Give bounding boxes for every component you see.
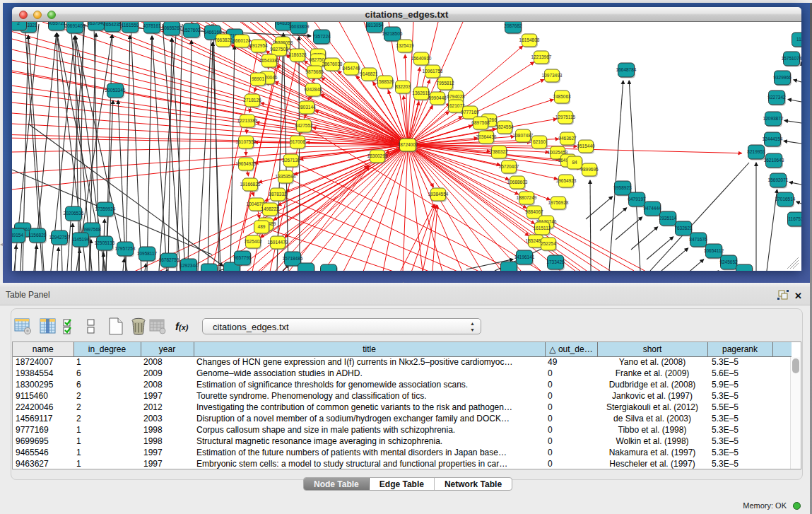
svg-text:1498222: 1498222 xyxy=(261,206,279,211)
svg-text:9146821: 9146821 xyxy=(360,71,378,76)
svg-text:15720407: 15720407 xyxy=(499,164,519,169)
svg-text:15718485: 15718485 xyxy=(283,256,303,261)
svg-text:8878332: 8878332 xyxy=(269,192,287,197)
svg-text:5958923: 5958923 xyxy=(613,185,632,190)
svg-text:8990448: 8990448 xyxy=(428,95,447,100)
svg-text:6897568: 6897568 xyxy=(471,120,490,125)
svg-text:12942757: 12942757 xyxy=(49,235,70,240)
svg-text:1362615: 1362615 xyxy=(412,90,430,95)
svg-text:2718126: 2718126 xyxy=(243,98,261,103)
svg-text:15692071: 15692071 xyxy=(768,177,789,182)
svg-text:9827503: 9827503 xyxy=(270,47,288,52)
svg-text:8471676: 8471676 xyxy=(689,237,707,242)
svg-text:20053346: 20053346 xyxy=(105,88,126,93)
svg-text:12444154: 12444154 xyxy=(763,136,783,141)
svg-text:16210643: 16210643 xyxy=(764,158,784,163)
svg-text:20691406: 20691406 xyxy=(65,23,86,28)
svg-text:12213967: 12213967 xyxy=(531,54,552,59)
svg-text:6794028: 6794028 xyxy=(447,94,465,99)
svg-text:2087682: 2087682 xyxy=(504,23,522,28)
svg-text:8219953: 8219953 xyxy=(747,149,765,154)
svg-text:12975115: 12975115 xyxy=(555,115,576,119)
svg-text:8912954: 8912954 xyxy=(249,43,268,48)
svg-text:9997568: 9997568 xyxy=(83,227,101,232)
svg-text:10807487: 10807487 xyxy=(513,133,534,138)
svg-text:39154: 39154 xyxy=(12,233,23,238)
svg-text:3824554: 3824554 xyxy=(495,124,514,129)
svg-text:1527602: 1527602 xyxy=(182,28,201,33)
svg-text:1292344: 1292344 xyxy=(180,263,198,268)
svg-text:20364436: 20364436 xyxy=(476,134,497,139)
svg-text:17957253: 17957253 xyxy=(115,246,136,251)
svg-text:252254: 252254 xyxy=(541,241,556,246)
svg-text:7663822: 7663822 xyxy=(214,37,233,42)
svg-text:8637940: 8637940 xyxy=(87,22,105,25)
svg-text:8813054: 8813054 xyxy=(365,23,384,28)
svg-text:7485063: 7485063 xyxy=(553,94,571,99)
svg-text:15751074: 15751074 xyxy=(782,56,801,61)
svg-text:8186328: 8186328 xyxy=(288,52,307,57)
svg-text:10961758: 10961758 xyxy=(423,69,443,74)
svg-text:4055721: 4055721 xyxy=(47,22,66,25)
svg-text:9777169: 9777169 xyxy=(461,110,479,115)
svg-text:10973493: 10973493 xyxy=(542,73,563,78)
svg-text:15640910: 15640910 xyxy=(411,56,432,61)
svg-text:9515440: 9515440 xyxy=(577,144,595,148)
svg-text:10688603: 10688603 xyxy=(507,180,528,185)
svg-text:16648784: 16648784 xyxy=(616,67,637,72)
svg-text:7955812: 7955812 xyxy=(436,81,454,86)
svg-text:4078161: 4078161 xyxy=(143,23,161,28)
svg-text:19218506: 19218506 xyxy=(382,31,403,36)
svg-text:9899695: 9899695 xyxy=(580,167,599,172)
svg-text:19756928: 19756928 xyxy=(548,200,569,205)
svg-text:17359924: 17359924 xyxy=(95,206,116,211)
svg-text:84: 84 xyxy=(572,160,577,165)
svg-text:2654235: 2654235 xyxy=(103,22,122,27)
svg-text:1156829: 1156829 xyxy=(29,233,47,238)
svg-text:19654925: 19654925 xyxy=(236,161,257,166)
svg-text:16914479: 16914479 xyxy=(268,240,288,245)
svg-text:16033809: 16033809 xyxy=(289,24,310,29)
svg-text:12505135: 12505135 xyxy=(95,240,115,245)
svg-text:19166825: 19166825 xyxy=(240,182,261,187)
svg-text:16543382: 16543382 xyxy=(259,58,280,63)
svg-text:8427552: 8427552 xyxy=(295,123,313,128)
svg-text:17016514: 17016514 xyxy=(775,197,796,201)
svg-text:7632621: 7632621 xyxy=(674,226,693,230)
svg-text:20206536: 20206536 xyxy=(64,211,84,216)
svg-text:10655267: 10655267 xyxy=(162,25,182,30)
svg-text:1161559: 1161559 xyxy=(122,23,139,28)
svg-text:9884067: 9884067 xyxy=(525,209,543,214)
svg-text:832203: 832203 xyxy=(395,84,411,89)
svg-text:6479197: 6479197 xyxy=(628,197,646,201)
svg-text:1325419: 1325419 xyxy=(396,43,414,48)
svg-text:1615112: 1615112 xyxy=(534,226,551,230)
svg-text:9242848: 9242848 xyxy=(304,87,322,92)
svg-text:9227342: 9227342 xyxy=(767,95,786,100)
svg-text:62160: 62160 xyxy=(533,139,546,144)
svg-text:1621072: 1621072 xyxy=(447,103,465,108)
svg-text:8454749: 8454749 xyxy=(342,66,360,71)
svg-text:13353594: 13353594 xyxy=(276,174,296,179)
svg-text:16154808: 16154808 xyxy=(519,37,540,42)
svg-text:2935114: 2935114 xyxy=(659,216,677,221)
svg-text:1733426: 1733426 xyxy=(546,259,565,264)
svg-text:19384554: 19384554 xyxy=(428,192,449,197)
svg-text:8660124: 8660124 xyxy=(233,38,251,43)
svg-text:9245652: 9245652 xyxy=(719,259,738,264)
svg-text:16107552: 16107552 xyxy=(236,139,257,144)
svg-text:111: 111 xyxy=(796,37,801,42)
svg-text:7386322: 7386322 xyxy=(490,149,508,154)
svg-text:28676038: 28676038 xyxy=(322,62,343,66)
svg-text:19654923: 19654923 xyxy=(556,178,577,183)
svg-text:18807249: 18807249 xyxy=(517,195,537,200)
svg-text:9875685: 9875685 xyxy=(305,69,324,74)
svg-text:18724007: 18724007 xyxy=(398,142,418,147)
svg-text:9463627: 9463627 xyxy=(558,136,577,141)
svg-text:1145194: 1145194 xyxy=(72,237,90,242)
svg-text:14196141: 14196141 xyxy=(514,255,535,259)
svg-text:917006: 917006 xyxy=(290,139,305,144)
svg-text:116753: 116753 xyxy=(788,216,801,221)
svg-text:2803144: 2803144 xyxy=(298,105,316,110)
svg-text:489: 489 xyxy=(258,224,266,229)
